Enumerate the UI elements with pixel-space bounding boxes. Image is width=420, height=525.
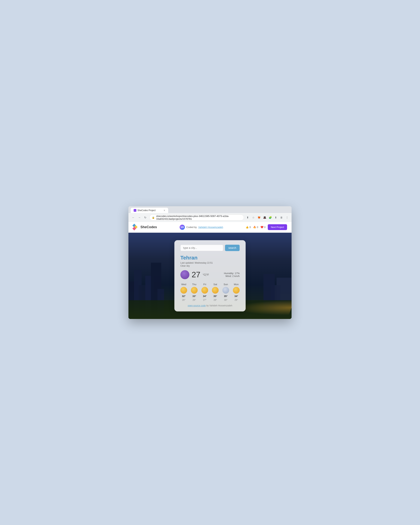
header-right: 👍 0 🔥 0 ❤️ 0 Next Project bbox=[246, 224, 287, 230]
forward-button[interactable]: → bbox=[137, 215, 142, 220]
fire-reaction[interactable]: 🔥 0 bbox=[253, 226, 258, 229]
forecast-day-label: Sun bbox=[224, 283, 228, 286]
temp-units: °C|°F bbox=[203, 273, 209, 276]
tab-close-icon[interactable]: × bbox=[164, 209, 165, 212]
nav-buttons: ← → ↻ bbox=[131, 215, 148, 220]
weather-app-background: search Tehran Last updated: Wednesday 22… bbox=[129, 233, 291, 319]
extension-fox-icon[interactable]: 🦊 bbox=[257, 215, 261, 220]
heart-reaction[interactable]: ❤️ 0 bbox=[261, 226, 265, 229]
weather-card: search Tehran Last updated: Wednesday 22… bbox=[174, 240, 246, 311]
forecast-day: Wed 32° 26° bbox=[180, 283, 187, 301]
refresh-button[interactable]: ↻ bbox=[143, 215, 148, 220]
weather-details: Humidity: 17% Wind: 2 km/h bbox=[224, 272, 240, 278]
browser-toolbar: ← → ↻ 🔒 shecodes.io/workshops/shecodes-p… bbox=[131, 215, 289, 222]
forecast-high: 33° bbox=[192, 295, 196, 298]
forecast-high: 34° bbox=[203, 295, 207, 298]
cast-icon[interactable]: 🖥 bbox=[279, 215, 284, 220]
forecast-low: 26° bbox=[193, 299, 196, 301]
site-header: SheCodes VH Coded by Vahideh Hosseinzade… bbox=[129, 222, 291, 233]
forecast-day-label: Sat bbox=[213, 283, 217, 286]
lock-icon: 🔒 bbox=[152, 216, 155, 219]
forecast-high: 35° bbox=[224, 295, 228, 298]
download-icon[interactable]: ⬇ bbox=[274, 215, 278, 220]
tab-title: SheCodes Project bbox=[137, 209, 156, 212]
sky-condition: Clear sky bbox=[180, 264, 240, 267]
forecast-day: Mon 34° 29° bbox=[233, 283, 240, 301]
forecast-icon bbox=[191, 287, 198, 294]
forecast-low: 28° bbox=[214, 299, 217, 301]
forecast-low: 27° bbox=[203, 299, 206, 301]
current-weather-row: 27 °C|°F Humidity: 17% Wind: 2 km/h bbox=[180, 270, 240, 279]
toolbar-icons: ⬆ ☆ 🦊 🎩 🧩 ⬇ 🖥 ⋮ bbox=[245, 215, 289, 220]
open-source-link[interactable]: open-source code bbox=[188, 304, 206, 307]
forecast-low: 26° bbox=[182, 299, 186, 301]
forecast-low: 30° bbox=[224, 299, 227, 301]
forecast-day-label: Wed bbox=[181, 283, 186, 286]
forecast-day-label: Fri bbox=[203, 283, 206, 286]
header-center: VH Coded by Vahideh Hosseinzadeh bbox=[180, 225, 223, 230]
forecast-day: Sat 35° 28° bbox=[212, 283, 219, 301]
forecast-day: Thu 33° 26° bbox=[191, 283, 198, 301]
current-weather-icon bbox=[180, 270, 189, 279]
logo-area: SheCodes bbox=[133, 224, 157, 230]
forecast-low: 29° bbox=[234, 299, 238, 301]
search-button[interactable]: search bbox=[225, 245, 240, 251]
menu-icon[interactable]: ⋮ bbox=[285, 215, 289, 220]
address-bar[interactable]: 🔒 shecodes.io/workshops/shecodes-plus-34… bbox=[149, 215, 244, 221]
extension-puzzle-icon[interactable]: 🧩 bbox=[268, 215, 272, 220]
search-row: search bbox=[180, 245, 240, 251]
url-text: shecodes.io/workshops/shecodes-plus-3461… bbox=[156, 215, 242, 220]
city-name: Tehran bbox=[180, 255, 240, 261]
forecast-icon bbox=[212, 287, 219, 294]
forecast-day: Sun 35° 30° bbox=[222, 283, 229, 301]
temp-area: 27 °C|°F bbox=[180, 270, 209, 279]
forecast-high: 35° bbox=[213, 295, 217, 298]
humidity-text: Humidity: 17% bbox=[224, 272, 240, 275]
share-icon[interactable]: ⬆ bbox=[245, 215, 250, 220]
back-button[interactable]: ← bbox=[131, 215, 136, 220]
browser-tab-bar: S SheCodes Project × bbox=[129, 206, 291, 213]
extension-hat-icon[interactable]: 🎩 bbox=[262, 215, 267, 220]
forecast-high: 32° bbox=[182, 295, 186, 298]
coded-by-label: Coded by bbox=[186, 226, 197, 229]
forecast-row: Wed 32° 26° Thu 33° 26° Fri 34° 27° Sat … bbox=[180, 283, 240, 301]
logo-diamonds bbox=[133, 224, 139, 230]
browser-chrome: ← → ↻ 🔒 shecodes.io/workshops/shecodes-p… bbox=[129, 213, 291, 222]
forecast-icon bbox=[233, 287, 240, 294]
wind-text: Wind: 2 km/h bbox=[224, 275, 240, 278]
thumbs-up-reaction[interactable]: 👍 0 bbox=[246, 226, 251, 229]
forecast-day: Fri 34° 27° bbox=[201, 283, 208, 301]
logo-text: SheCodes bbox=[140, 225, 157, 229]
forecast-icon bbox=[180, 287, 187, 294]
author-link[interactable]: Vahideh Hosseinzadeh bbox=[198, 226, 223, 229]
browser-tab[interactable]: S SheCodes Project × bbox=[131, 208, 168, 213]
footer-text: open-source code by Vahideh Hosseinzadeh bbox=[180, 304, 240, 307]
tab-favicon: S bbox=[134, 209, 136, 212]
forecast-day-label: Thu bbox=[192, 283, 196, 286]
forecast-day-label: Mon bbox=[234, 283, 239, 286]
next-project-button[interactable]: Next Project bbox=[268, 224, 287, 230]
city-input[interactable] bbox=[180, 245, 223, 251]
forecast-icon bbox=[222, 287, 229, 294]
browser-window: S SheCodes Project × ← → ↻ 🔒 shecodes.io… bbox=[129, 206, 291, 319]
avatar: VH bbox=[180, 225, 185, 230]
last-updated: Last updated: Wednesday 22:51 bbox=[180, 262, 240, 264]
forecast-high: 34° bbox=[234, 295, 238, 298]
temperature-display: 27 bbox=[192, 270, 200, 279]
forecast-icon bbox=[201, 287, 208, 294]
bookmark-icon[interactable]: ☆ bbox=[251, 215, 256, 220]
